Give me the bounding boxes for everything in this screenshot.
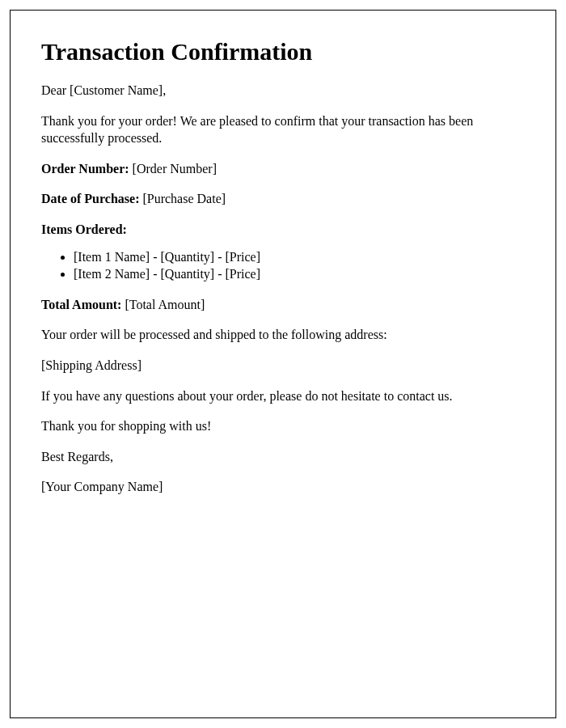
items-list: [Item 1 Name] - [Quantity] - [Price] [It…: [74, 248, 525, 283]
purchase-date-line: Date of Purchase: [Purchase Date]: [41, 190, 525, 208]
greeting-line: Dear [Customer Name],: [41, 82, 525, 99]
items-ordered-label: Items Ordered:: [41, 222, 127, 236]
total-amount-value: [Total Amount]: [121, 298, 205, 311]
intro-paragraph: Thank you for your order! We are pleased…: [41, 112, 525, 147]
shipping-address: [Shipping Address]: [41, 357, 525, 375]
total-amount-line: Total Amount: [Total Amount]: [41, 296, 525, 314]
order-number-value: [Order Number]: [129, 162, 217, 176]
shipping-intro: Your order will be processed and shipped…: [41, 326, 525, 344]
order-number-label: Order Number:: [41, 162, 129, 176]
list-item: [Item 2 Name] - [Quantity] - [Price]: [74, 265, 525, 283]
document-page: Transaction Confirmation Dear [Customer …: [10, 10, 556, 718]
purchase-date-value: [Purchase Date]: [139, 192, 226, 205]
page-title: Transaction Confirmation: [41, 38, 525, 66]
thanks-line: Thank you for shopping with us!: [41, 417, 525, 435]
total-amount-label: Total Amount:: [41, 298, 121, 311]
purchase-date-label: Date of Purchase:: [41, 192, 139, 205]
order-number-line: Order Number: [Order Number]: [41, 160, 525, 178]
questions-paragraph: If you have any questions about your ord…: [41, 387, 525, 405]
list-item: [Item 1 Name] - [Quantity] - [Price]: [74, 248, 525, 266]
items-ordered-line: Items Ordered:: [41, 221, 525, 239]
closing-line: Best Regards,: [41, 448, 525, 466]
company-name: [Your Company Name]: [41, 478, 525, 496]
